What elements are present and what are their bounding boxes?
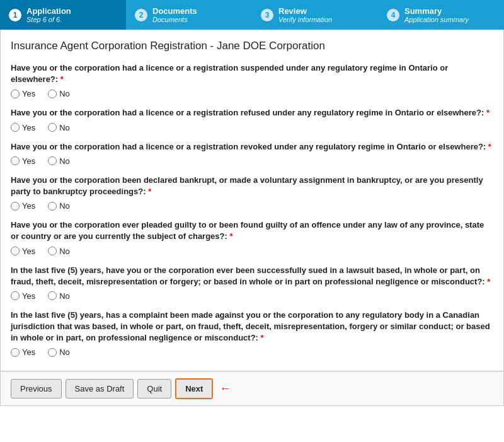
radio-no-1[interactable] [48, 90, 57, 98]
radio-group-3: YesNo [11, 156, 493, 166]
radio-yes-text-3: Yes [22, 156, 35, 166]
radio-group-2: YesNo [11, 123, 493, 132]
radio-no-label-7[interactable]: No [48, 347, 70, 357]
main-content: Insurance Agent Corporation Registration… [0, 30, 504, 371]
radio-yes-text-5: Yes [22, 247, 35, 256]
radio-group-5: YesNo [11, 247, 493, 256]
radio-yes-1[interactable] [11, 90, 20, 98]
radio-yes-label-4[interactable]: Yes [11, 201, 35, 211]
radio-group-7: YesNo [11, 347, 493, 357]
step-1[interactable]: 1 Application Step 6 of 6. [0, 0, 126, 30]
step-title-1: Application [26, 6, 71, 16]
step-number-4: 4 [387, 9, 399, 21]
question-text-1: Have you or the corporation had a licenc… [11, 62, 493, 85]
radio-yes-label-6[interactable]: Yes [11, 291, 35, 301]
radio-yes-label-7[interactable]: Yes [11, 347, 35, 357]
required-asterisk: * [229, 231, 232, 241]
question-block-5: Have you or the corporation ever pleaded… [11, 219, 493, 255]
radio-group-6: YesNo [11, 291, 493, 301]
radio-no-text-2: No [59, 123, 70, 132]
radio-no-7[interactable] [48, 348, 57, 357]
required-asterisk: * [60, 74, 64, 84]
radio-group-4: YesNo [11, 201, 493, 211]
radio-yes-text-4: Yes [22, 201, 35, 211]
radio-yes-3[interactable] [11, 156, 20, 165]
radio-no-5[interactable] [48, 247, 57, 255]
question-text-4: Have you or the corporation been declare… [11, 175, 493, 197]
radio-no-text-5: No [59, 247, 70, 256]
previous-button[interactable]: Previous [11, 379, 62, 398]
radio-no-2[interactable] [48, 123, 57, 132]
radio-yes-text-1: Yes [22, 89, 35, 98]
required-asterisk: * [487, 277, 490, 286]
step-number-1: 1 [9, 9, 21, 21]
radio-no-text-4: No [59, 201, 70, 211]
radio-yes-label-1[interactable]: Yes [11, 89, 35, 98]
question-block-4: Have you or the corporation been declare… [11, 175, 493, 211]
radio-no-text-3: No [59, 156, 70, 166]
radio-no-3[interactable] [48, 156, 57, 165]
question-text-6: In the last five (5) years, have you or … [11, 265, 493, 288]
radio-no-text-7: No [59, 347, 70, 357]
question-block-6: In the last five (5) years, have you or … [11, 265, 493, 301]
required-asterisk: * [488, 142, 491, 151]
required-asterisk: * [486, 108, 490, 117]
question-text-2: Have you or the corporation had a licenc… [11, 107, 493, 119]
quit-button[interactable]: Quit [137, 379, 171, 398]
radio-yes-label-5[interactable]: Yes [11, 247, 35, 256]
arrow-indicator: ← [219, 382, 231, 395]
radio-no-label-1[interactable]: No [48, 89, 70, 98]
step-sub-2: Documents [152, 16, 197, 23]
save-draft-button[interactable]: Save as Draft [66, 379, 134, 398]
step-title-4: Summary [404, 6, 469, 16]
question-block-7: In the last five (5) years, has a compla… [11, 310, 493, 358]
required-asterisk: * [148, 187, 151, 196]
question-text-5: Have you or the corporation ever pleaded… [11, 219, 493, 242]
radio-group-1: YesNo [11, 89, 493, 98]
radio-yes-4[interactable] [11, 202, 20, 211]
radio-no-6[interactable] [48, 291, 57, 300]
radio-yes-label-2[interactable]: Yes [11, 123, 35, 132]
question-block-3: Have you or the corporation had a licenc… [11, 141, 493, 166]
radio-yes-label-3[interactable]: Yes [11, 156, 35, 166]
radio-no-text-6: No [59, 291, 70, 301]
radio-yes-2[interactable] [11, 123, 20, 132]
radio-no-label-5[interactable]: No [48, 247, 70, 256]
radio-no-label-6[interactable]: No [48, 291, 70, 301]
step-sub-4: Application summary [404, 16, 469, 23]
question-block-2: Have you or the corporation had a licenc… [11, 107, 493, 132]
question-block-1: Have you or the corporation had a licenc… [11, 62, 493, 98]
radio-no-label-4[interactable]: No [48, 201, 70, 211]
step-3[interactable]: 3 Review Verify information [252, 0, 378, 30]
radio-no-label-3[interactable]: No [48, 156, 70, 166]
radio-yes-text-2: Yes [22, 123, 35, 132]
steps-bar: 1 Application Step 6 of 6. 2 Documents D… [0, 0, 504, 30]
step-4[interactable]: 4 Summary Application summary [378, 0, 504, 30]
question-text-7: In the last five (5) years, has a compla… [11, 310, 493, 344]
next-button[interactable]: Next [175, 378, 213, 399]
step-sub-1: Step 6 of 6. [26, 16, 71, 23]
radio-yes-5[interactable] [11, 247, 20, 255]
step-sub-3: Verify information [278, 16, 332, 23]
radio-no-text-1: No [59, 89, 70, 98]
radio-yes-text-6: Yes [22, 291, 35, 301]
page-title: Insurance Agent Corporation Registration… [11, 40, 493, 52]
radio-no-label-2[interactable]: No [48, 123, 70, 132]
radio-yes-7[interactable] [11, 348, 20, 357]
step-number-3: 3 [261, 9, 273, 21]
step-number-2: 2 [135, 9, 147, 21]
question-text-3: Have you or the corporation had a licenc… [11, 141, 493, 153]
step-title-2: Documents [152, 6, 197, 16]
step-title-3: Review [278, 6, 332, 16]
radio-yes-text-7: Yes [22, 347, 35, 357]
required-asterisk: * [261, 333, 264, 342]
questions-container: Have you or the corporation had a licenc… [11, 62, 493, 357]
footer: Previous Save as Draft Quit Next ← [0, 371, 504, 406]
radio-no-4[interactable] [48, 202, 57, 211]
radio-yes-6[interactable] [11, 291, 20, 300]
step-2[interactable]: 2 Documents Documents [126, 0, 252, 30]
